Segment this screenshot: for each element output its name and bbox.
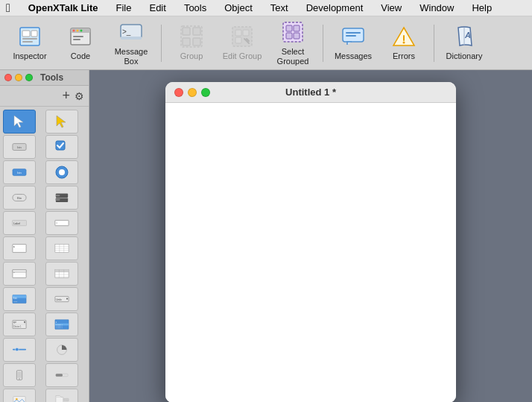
menu-bar:  OpenXTalk Lite File Edit Tools Object …	[0, 0, 532, 16]
menu-object[interactable]: Object	[221, 2, 256, 13]
tool-combo[interactable]: cChoice 1Choice 2Choice 3	[45, 313, 78, 336]
tool-text-field[interactable]	[45, 211, 78, 235]
toolbar-code[interactable]: Code	[57, 21, 104, 66]
menu-tools[interactable]: Tools	[181, 2, 209, 13]
svg-rect-14	[121, 37, 142, 40]
menu-help[interactable]: Help	[469, 2, 495, 13]
tool-slider[interactable]	[3, 338, 36, 362]
svg-rect-32	[403, 35, 405, 41]
tools-maximize-button[interactable]	[25, 74, 33, 81]
svg-text:Choice 3: Choice 3	[55, 327, 63, 329]
tool-text-area[interactable]: a	[3, 262, 36, 286]
window-title: Untitled 1 *	[285, 87, 336, 98]
window-traffic-lights	[174, 88, 210, 97]
tool-label[interactable]: Label	[3, 211, 36, 235]
errors-icon	[392, 25, 416, 48]
separator-3	[434, 25, 434, 62]
window-minimize-button[interactable]	[188, 88, 197, 97]
svg-rect-27	[286, 33, 292, 39]
window-maximize-button[interactable]	[201, 88, 210, 97]
svg-rect-71	[54, 270, 68, 272]
svg-rect-99	[17, 372, 21, 378]
svg-rect-31	[346, 35, 356, 37]
toolbar-inspector[interactable]: Inspector	[6, 21, 54, 66]
tool-scrollbar[interactable]	[45, 186, 78, 210]
edit-group-label: Edit Group	[223, 51, 262, 60]
inspector-label: Inspector	[13, 51, 46, 60]
svg-rect-21	[235, 30, 241, 36]
tool-table[interactable]	[45, 236, 78, 260]
menu-development[interactable]: Development	[303, 2, 367, 13]
toolbar-group: Group	[168, 21, 215, 66]
svg-rect-102	[55, 374, 62, 377]
menu-view[interactable]: View	[378, 2, 405, 13]
tool-button-outline[interactable]: btn	[3, 135, 36, 159]
svg-text:Label: Label	[13, 222, 20, 225]
tool-image[interactable]	[3, 389, 36, 402]
toolbar-errors[interactable]: Errors	[380, 21, 428, 66]
svg-point-45	[59, 169, 65, 175]
tools-grid: btn btn Btn Label	[0, 107, 89, 402]
menu-window[interactable]: Window	[417, 2, 457, 13]
apple-menu[interactable]: 	[6, 1, 10, 15]
menu-app-name[interactable]: OpenXTalk Lite	[25, 2, 101, 13]
svg-text:>_: >_	[122, 28, 131, 36]
tool-option-list[interactable]: optChoice 1	[3, 313, 36, 336]
tool-radio[interactable]	[45, 160, 78, 184]
svg-point-7	[73, 30, 75, 32]
svg-text:A: A	[464, 31, 471, 40]
tools-add-button[interactable]: +	[62, 88, 70, 104]
dictionary-label: Dictionary	[446, 51, 483, 60]
svg-text:Undo: Undo	[56, 298, 62, 301]
tool-progress[interactable]	[45, 338, 78, 362]
tool-pointer-yellow[interactable]	[45, 110, 78, 134]
messages-icon	[341, 25, 365, 48]
svg-point-100	[19, 378, 19, 379]
svg-rect-28	[294, 33, 300, 39]
window-close-button[interactable]	[174, 88, 183, 97]
menu-file[interactable]: File	[113, 2, 135, 13]
svg-rect-56	[13, 245, 26, 253]
tool-checkbox[interactable]	[45, 135, 78, 159]
message-box-icon: >_	[119, 20, 143, 44]
toolbar-message-box[interactable]: >_ Message Box	[107, 21, 155, 66]
tool-file-chooser[interactable]	[45, 389, 78, 402]
tools-gear-button[interactable]: ⚙	[75, 90, 84, 102]
tool-button-blue[interactable]: btn	[3, 160, 36, 184]
window-content[interactable]	[165, 103, 456, 402]
tools-close-button[interactable]	[4, 74, 12, 81]
tool-data-grid[interactable]	[45, 262, 78, 286]
inspector-icon	[18, 25, 42, 48]
toolbar-messages[interactable]: Messages	[329, 21, 377, 66]
tool-text-input[interactable]: a	[3, 236, 36, 260]
untitled-window: Untitled 1 *	[165, 82, 456, 402]
tool-button-rounded[interactable]: Btn	[3, 186, 36, 210]
svg-rect-17	[183, 38, 190, 45]
toolbar: Inspector Code >_ Message Box	[0, 16, 532, 70]
separator-2	[323, 25, 323, 62]
svg-rect-95	[13, 349, 26, 351]
svg-rect-1	[22, 31, 30, 37]
svg-rect-11	[73, 39, 80, 40]
tool-popup[interactable]: Undo	[45, 287, 78, 311]
svg-text:Choice 2: Choice 2	[55, 325, 63, 327]
tool-device[interactable]	[3, 363, 36, 387]
tool-pointer[interactable]	[3, 110, 36, 134]
tool-edit-blue[interactable]: EditUndo	[3, 287, 36, 311]
tool-progress-bar[interactable]	[45, 363, 78, 387]
tools-minimize-button[interactable]	[15, 74, 22, 81]
svg-rect-30	[346, 32, 361, 34]
svg-rect-18	[193, 38, 200, 45]
toolbar-select-grouped[interactable]: Select Grouped	[269, 21, 317, 66]
window-titlebar: Untitled 1 *	[165, 82, 456, 103]
dictionary-icon: A	[452, 25, 476, 48]
toolbar-dictionary[interactable]: A Dictionary	[440, 21, 488, 66]
svg-rect-26	[294, 25, 300, 31]
menu-text[interactable]: Text	[267, 2, 291, 13]
svg-rect-50	[55, 195, 59, 196]
svg-point-33	[403, 42, 405, 44]
menu-edit[interactable]: Edit	[146, 2, 168, 13]
svg-point-96	[16, 348, 19, 351]
svg-rect-25	[286, 25, 292, 31]
toolbar-edit-group: Edit Group	[218, 21, 266, 66]
